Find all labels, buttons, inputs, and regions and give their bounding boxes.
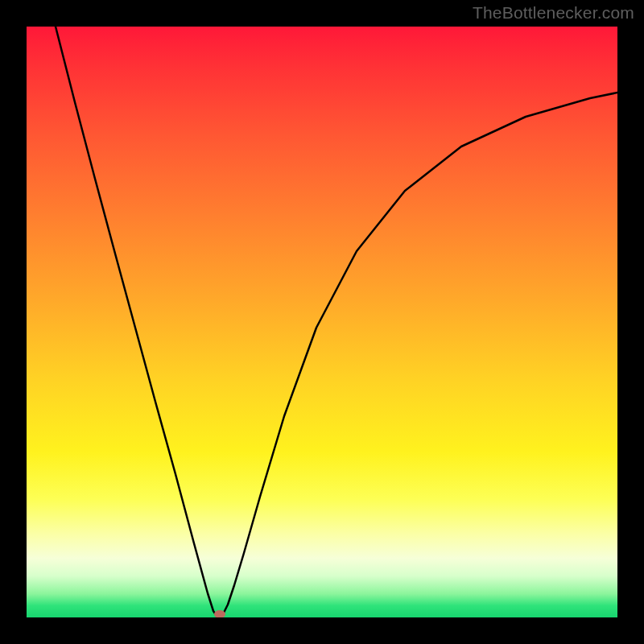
- chart-svg: [27, 27, 617, 617]
- chart-frame: TheBottlenecker.com: [0, 0, 644, 644]
- chart-plot-area: [27, 27, 617, 617]
- bottleneck-curve: [56, 27, 617, 617]
- attribution-label: TheBottlenecker.com: [473, 3, 634, 23]
